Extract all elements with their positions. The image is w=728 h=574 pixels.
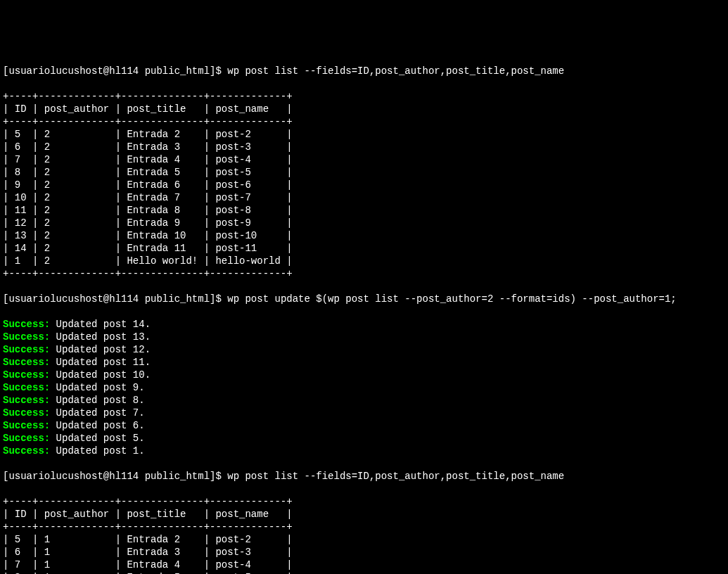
shell-prompt: [usuariolucushost@hl114 public_html]$ xyxy=(3,293,227,305)
success-line: Success: Updated post 8. xyxy=(3,394,725,407)
success-label: Success: xyxy=(3,382,50,393)
command-line-1: [usuariolucushost@hl114 public_html]$ wp… xyxy=(3,65,725,77)
success-message: Updated post 13. xyxy=(50,331,151,343)
success-message: Updated post 10. xyxy=(50,369,151,381)
success-message: Updated post 11. xyxy=(50,357,151,368)
success-label: Success: xyxy=(3,319,50,330)
success-message: Updated post 9. xyxy=(50,382,144,393)
command-text: wp post list --fields=ID,post_author,pos… xyxy=(227,65,564,77)
success-line: Success: Updated post 13. xyxy=(3,331,725,343)
success-line: Success: Updated post 9. xyxy=(3,381,725,394)
success-label: Success: xyxy=(3,369,50,381)
success-line: Success: Updated post 14. xyxy=(3,318,725,331)
success-message: Updated post 5. xyxy=(50,433,144,444)
success-label: Success: xyxy=(3,331,50,343)
table-2-output: +----+-------------+--------------+-----… xyxy=(3,495,725,574)
terminal-output: [usuariolucushost@hl114 public_html]$ wp… xyxy=(3,52,725,574)
success-label: Success: xyxy=(3,445,50,457)
success-message: Updated post 6. xyxy=(50,420,144,431)
success-line: Success: Updated post 11. xyxy=(3,356,725,369)
success-line: Success: Updated post 6. xyxy=(3,419,725,432)
success-line: Success: Updated post 1. xyxy=(3,445,725,457)
success-label: Success: xyxy=(3,420,50,431)
success-label: Success: xyxy=(3,395,50,406)
success-label: Success: xyxy=(3,344,50,355)
command-text: wp post update $(wp post list --post_aut… xyxy=(227,293,677,305)
success-line: Success: Updated post 10. xyxy=(3,369,725,381)
success-line: Success: Updated post 12. xyxy=(3,343,725,356)
success-label: Success: xyxy=(3,357,50,368)
success-output: Success: Updated post 14.Success: Update… xyxy=(3,318,725,457)
success-label: Success: xyxy=(3,433,50,444)
command-line-3: [usuariolucushost@hl114 public_html]$ wp… xyxy=(3,470,725,483)
success-message: Updated post 1. xyxy=(50,445,144,457)
command-line-2: [usuariolucushost@hl114 public_html]$ wp… xyxy=(3,293,725,305)
success-message: Updated post 8. xyxy=(50,395,144,406)
success-line: Success: Updated post 7. xyxy=(3,407,725,419)
success-line: Success: Updated post 5. xyxy=(3,432,725,445)
success-message: Updated post 14. xyxy=(50,319,151,330)
success-message: Updated post 7. xyxy=(50,407,144,419)
success-label: Success: xyxy=(3,407,50,419)
shell-prompt: [usuariolucushost@hl114 public_html]$ xyxy=(3,471,227,482)
shell-prompt: [usuariolucushost@hl114 public_html]$ xyxy=(3,65,227,77)
command-text: wp post list --fields=ID,post_author,pos… xyxy=(227,471,564,482)
success-message: Updated post 12. xyxy=(50,344,151,355)
table-1-output: +----+-------------+--------------+-----… xyxy=(3,90,725,280)
